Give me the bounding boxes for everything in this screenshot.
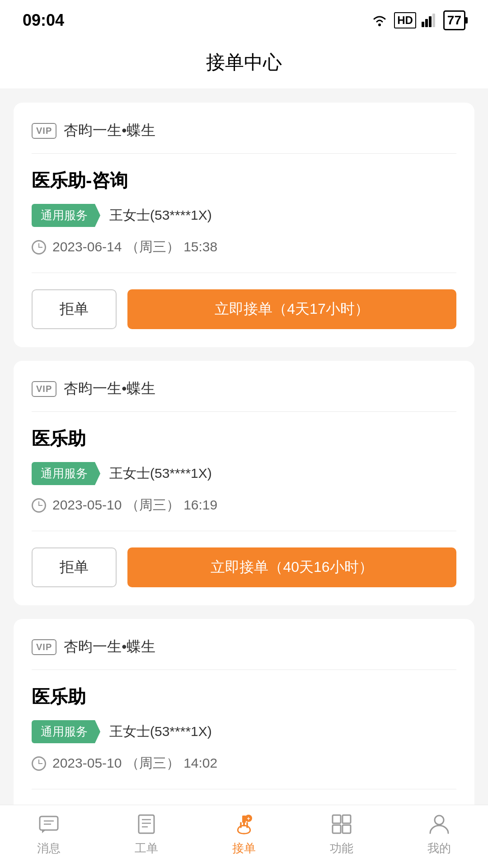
wifi-icon <box>371 14 389 27</box>
nav-item-profile[interactable]: 我的 <box>390 812 488 856</box>
service-title-1: 医乐助-咨询 <box>32 168 456 193</box>
page-header: 接单中心 <box>0 36 488 89</box>
card-actions-1: 拒单 立即接单（4天17小时） <box>32 289 456 329</box>
clock-icon-3 <box>32 756 46 771</box>
status-time: 09:04 <box>23 11 64 30</box>
nav-label-functions: 功能 <box>330 840 353 856</box>
bottom-nav: 消息 工单 + 接单 <box>0 805 488 868</box>
status-icons: HD 77 <box>371 10 465 30</box>
card-header-1: VIP 杏昀一生•蝶生 <box>32 121 456 154</box>
functions-icon <box>330 812 353 836</box>
service-tag-1: 通用服务 <box>32 204 100 227</box>
svg-text:+: + <box>247 816 250 822</box>
card-divider-3 <box>32 789 456 789</box>
content-area: VIP 杏昀一生•蝶生 医乐助-咨询 通用服务 王女士(53****1X) 20… <box>0 89 488 868</box>
svg-point-18 <box>435 816 444 825</box>
vip-badge-3: VIP <box>32 639 56 655</box>
card-divider-1 <box>32 273 456 273</box>
nav-label-accept: 接单 <box>232 840 256 856</box>
card-username-1: 杏昀一生•蝶生 <box>64 121 155 141</box>
clock-icon-1 <box>32 240 46 255</box>
battery-icon: 77 <box>443 10 465 30</box>
accept-button-1[interactable]: 立即接单（4天17小时） <box>127 289 456 329</box>
nav-label-workorder: 工单 <box>135 840 158 856</box>
vip-badge-1: VIP <box>32 123 56 139</box>
order-card-2: VIP 杏昀一生•蝶生 医乐助 通用服务 王女士(53****1X) 2023-… <box>14 361 474 605</box>
accept-icon: + <box>232 812 256 836</box>
svg-rect-15 <box>343 815 351 823</box>
nav-item-functions[interactable]: 功能 <box>293 812 390 856</box>
workorder-icon <box>135 812 158 836</box>
nav-item-messages[interactable]: 消息 <box>0 812 98 856</box>
nav-item-accept[interactable]: + 接单 <box>195 812 293 856</box>
reject-button-1[interactable]: 拒单 <box>32 289 117 329</box>
card-actions-2: 拒单 立即接单（40天16小时） <box>32 547 456 587</box>
time-text-2: 2023-05-10 （周三） 16:19 <box>52 496 217 514</box>
svg-rect-4 <box>432 14 435 27</box>
card-divider-2 <box>32 531 456 531</box>
nav-item-workorder[interactable]: 工单 <box>98 812 195 856</box>
service-info-3: 通用服务 王女士(53****1X) <box>32 720 456 743</box>
service-tag-2: 通用服务 <box>32 462 100 485</box>
order-time-3: 2023-05-10 （周三） 14:02 <box>32 754 456 773</box>
customer-name-3: 王女士(53****1X) <box>109 722 212 741</box>
order-time-1: 2023-06-14 （周三） 15:38 <box>32 238 456 256</box>
svg-rect-2 <box>425 19 428 27</box>
time-text-3: 2023-05-10 （周三） 14:02 <box>52 754 217 773</box>
svg-rect-16 <box>333 825 341 833</box>
customer-name-2: 王女士(53****1X) <box>109 464 212 483</box>
nav-label-messages: 消息 <box>37 840 61 856</box>
card-username-3: 杏昀一生•蝶生 <box>64 637 155 657</box>
status-bar: 09:04 HD 77 <box>0 0 488 36</box>
page-title: 接单中心 <box>0 50 488 75</box>
customer-name-1: 王女士(53****1X) <box>109 206 212 225</box>
reject-button-2[interactable]: 拒单 <box>32 547 117 587</box>
message-icon <box>37 812 61 836</box>
card-username-2: 杏昀一生•蝶生 <box>64 379 155 399</box>
service-info-1: 通用服务 王女士(53****1X) <box>32 204 456 227</box>
card-header-2: VIP 杏昀一生•蝶生 <box>32 379 456 412</box>
vip-badge-2: VIP <box>32 381 56 397</box>
order-card-1: VIP 杏昀一生•蝶生 医乐助-咨询 通用服务 王女士(53****1X) 20… <box>14 103 474 347</box>
hd-badge: HD <box>394 12 416 28</box>
profile-icon <box>427 812 451 836</box>
svg-rect-5 <box>40 816 58 830</box>
service-tag-3: 通用服务 <box>32 720 100 743</box>
svg-rect-14 <box>333 815 341 823</box>
svg-rect-3 <box>429 16 432 27</box>
accept-button-2[interactable]: 立即接单（40天16小时） <box>127 547 456 587</box>
svg-rect-17 <box>343 825 351 833</box>
service-title-2: 医乐助 <box>32 426 456 451</box>
svg-point-0 <box>378 24 381 26</box>
card-header-3: VIP 杏昀一生•蝶生 <box>32 637 456 670</box>
order-time-2: 2023-05-10 （周三） 16:19 <box>32 496 456 514</box>
time-text-1: 2023-06-14 （周三） 15:38 <box>52 238 217 256</box>
signal-icon <box>422 14 438 27</box>
service-info-2: 通用服务 王女士(53****1X) <box>32 462 456 485</box>
service-title-3: 医乐助 <box>32 684 456 709</box>
svg-rect-8 <box>139 815 154 833</box>
svg-rect-1 <box>422 22 424 27</box>
clock-icon-2 <box>32 498 46 513</box>
nav-label-profile: 我的 <box>427 840 451 856</box>
